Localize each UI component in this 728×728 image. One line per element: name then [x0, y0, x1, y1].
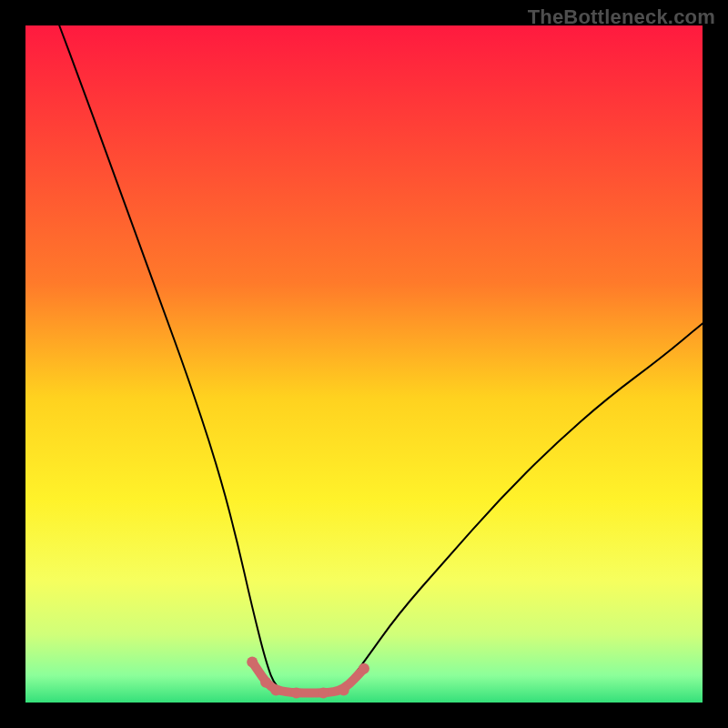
chart-stage: TheBottleneck.com: [0, 0, 728, 728]
marker-valley-marker: [291, 688, 302, 699]
marker-valley-marker: [359, 663, 369, 674]
gradient-panel: [25, 25, 703, 703]
marker-valley-marker: [247, 656, 258, 667]
marker-valley-marker: [339, 685, 349, 696]
bottleneck-chart: [0, 0, 728, 728]
marker-valley-marker: [260, 677, 271, 688]
watermark-label: TheBottleneck.com: [528, 5, 715, 29]
marker-valley-marker: [318, 688, 329, 699]
marker-valley-marker: [270, 685, 281, 696]
